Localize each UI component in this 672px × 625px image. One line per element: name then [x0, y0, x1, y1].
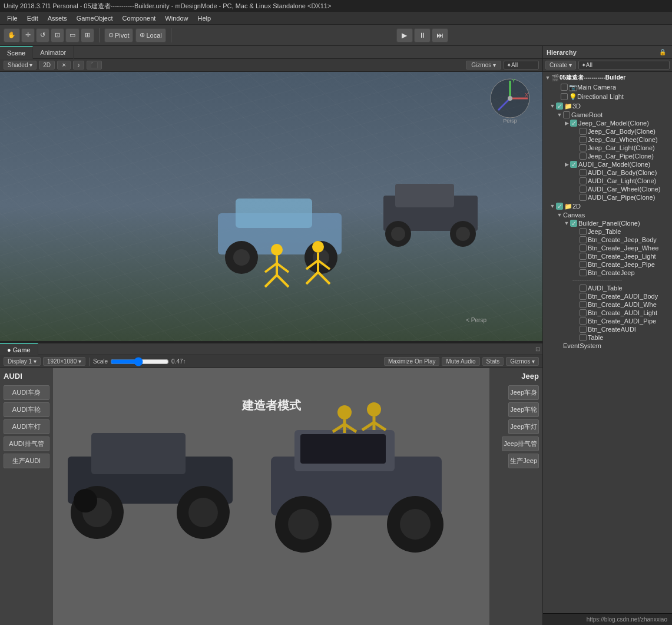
play-btn[interactable]: ▶ [396, 28, 413, 42]
tree-btn-jeep-pipe[interactable]: ▶ Btn_Create_Jeep_Pipe [543, 260, 672, 269]
scene-viewport[interactable]: Y X Persp < Persp [0, 72, 542, 341]
cb-btn-jeep-body[interactable] [580, 236, 587, 243]
tree-audi-wheel[interactable]: ▶ AUDI_Car_Wheel(Clone) [543, 185, 672, 193]
rect-tool[interactable]: ▭ [65, 28, 80, 42]
menu-help[interactable]: Help [193, 14, 216, 23]
tree-jeep-table[interactable]: ▶ Jeep_Table [543, 227, 672, 236]
tree-gameroot[interactable]: ▼ GameRoot [543, 111, 672, 119]
cb-btn-jeep-pipe[interactable] [580, 261, 587, 268]
tab-scene[interactable]: Scene [0, 46, 33, 59]
resolution-dropdown[interactable]: 1920×1080 ▾ [43, 357, 85, 366]
cb-table[interactable] [580, 334, 587, 341]
cb-jeep-light[interactable] [580, 144, 587, 151]
tree-table[interactable]: ▶ Table [543, 333, 672, 342]
menu-file[interactable]: File [2, 14, 22, 23]
btn-audi-exhaust[interactable]: AUDI排气管 [4, 436, 49, 451]
cb-dir-light[interactable] [561, 93, 568, 100]
gizmos-game-btn[interactable]: Gizmos ▾ [506, 357, 539, 366]
cb-main-camera[interactable] [561, 84, 568, 91]
menu-edit[interactable]: Edit [22, 14, 43, 23]
cb-btn-createaudi[interactable] [580, 326, 587, 333]
cb-btn-audi-light[interactable] [580, 309, 587, 316]
cb-jeep-wheel[interactable] [580, 136, 587, 143]
cb-btn-createjeep[interactable] [580, 269, 587, 276]
mute-audio-btn[interactable]: Mute Audio [442, 357, 479, 366]
cb-2d[interactable]: ✓ [556, 203, 563, 210]
display-dropdown[interactable]: Display 1 ▾ [4, 357, 41, 366]
btn-audi-body[interactable]: AUDI车身 [4, 385, 49, 400]
cb-builder[interactable]: ✓ [570, 220, 577, 227]
btn-produce-jeep[interactable]: 生产Jeep [508, 454, 539, 468]
btn-jeep-light[interactable]: Jeep车灯 [508, 419, 539, 434]
tree-jeep-body[interactable]: ▶ Jeep_Car_Body(Clone) [543, 127, 672, 135]
tree-btn-audi-wheel[interactable]: ▶ Btn_Create_AUDI_Whe [543, 300, 672, 309]
cb-audi-body[interactable] [580, 169, 587, 176]
tree-btn-audi-pipe[interactable]: ▶ Btn_Create_AUDI_Pipe [543, 317, 672, 325]
tree-3d[interactable]: ▼ ✓ 📁 3D [543, 101, 672, 111]
shaded-dropdown[interactable]: Shaded ▾ [4, 61, 37, 70]
tree-directional-light[interactable]: ▶ 💡 Directional Light [543, 92, 672, 101]
step-btn[interactable]: ⏭ [432, 28, 448, 42]
maximize-on-play-btn[interactable]: Maximize On Play [384, 357, 440, 366]
2d-btn[interactable]: 2D [39, 61, 55, 70]
tree-audi-light[interactable]: ▶ AUDI_Car_Light(Clone) [543, 177, 672, 185]
tree-jeep-pipe[interactable]: ▶ Jeep_Car_Pipe(Clone) [543, 152, 672, 160]
create-btn[interactable]: Create ▾ [545, 61, 576, 70]
lighting-btn[interactable]: ☀ [57, 61, 71, 70]
scale-tool[interactable]: ⊡ [51, 28, 64, 42]
cb-jeep-pipe[interactable] [580, 153, 587, 160]
cb-audi-pipe[interactable] [580, 194, 587, 201]
cb-jeep-model[interactable]: ✓ [570, 120, 577, 127]
btn-produce-audi[interactable]: 生产AUDI [4, 454, 49, 468]
tree-audi-car-model[interactable]: ▶ ✓ AUDI_Car_Model(Clone) [543, 160, 672, 168]
tree-btn-createjeep[interactable]: ▶ Btn_CreateJeep [543, 269, 672, 277]
stats-btn[interactable]: Stats [482, 357, 504, 366]
cb-btn-audi-wheel[interactable] [580, 301, 587, 308]
menu-component[interactable]: Component [117, 14, 160, 23]
game-viewport[interactable]: 建造者模式 AUDI AUDI车身 AUDI车轮 AUDI车灯 AUDI排气管 … [0, 368, 542, 625]
cb-btn-jeep-light[interactable] [580, 253, 587, 260]
tree-main-camera[interactable]: ▶ 📷 Main Camera [543, 82, 672, 92]
tree-eventsystem[interactable]: ▶ EventSystem [543, 342, 672, 350]
tree-audi-table[interactable]: ▶ AUDI_Table [543, 284, 672, 292]
btn-audi-light[interactable]: AUDI车灯 [4, 419, 49, 434]
menu-window[interactable]: Window [160, 14, 193, 23]
cb-btn-audi-pipe[interactable] [580, 318, 587, 325]
cb-3d[interactable]: ✓ [556, 102, 563, 110]
lock-icon[interactable]: 🔒 [659, 49, 666, 55]
tree-btn-jeep-light[interactable]: ▶ Btn_Create_Jeep_Light [543, 252, 672, 260]
btn-jeep-exhaust[interactable]: Jeep排气管 [502, 436, 539, 451]
scene-search[interactable] [504, 61, 539, 70]
btn-audi-wheel[interactable]: AUDI车轮 [4, 402, 49, 417]
local-btn[interactable]: ⊕ Local [135, 28, 165, 42]
tree-btn-audi-light[interactable]: ▶ Btn_Create_AUDI_Light [543, 309, 672, 317]
tree-audi-body[interactable]: ▶ AUDI_Car_Body(Clone) [543, 168, 672, 177]
tree-jeep-car-model[interactable]: ▶ ✓ Jeep_Car_Model(Clone) [543, 119, 672, 127]
rotate-tool[interactable]: ↺ [36, 28, 49, 42]
cb-audi-wheel[interactable] [580, 186, 587, 193]
tree-audi-pipe[interactable]: ▶ AUDI_Car_Pipe(Clone) [543, 193, 672, 201]
menu-assets[interactable]: Assets [43, 14, 72, 23]
tab-animator[interactable]: Animator [33, 46, 74, 59]
scale-slider[interactable] [110, 357, 169, 366]
menu-gameobject[interactable]: GameObject [72, 14, 118, 23]
cb-audi-model[interactable]: ✓ [570, 161, 577, 168]
btn-jeep-wheel[interactable]: Jeep车轮 [508, 402, 539, 417]
tree-scene-root[interactable]: ▼ 🎬 05建造者-----------Builder [543, 73, 672, 82]
tree-btn-jeep-body[interactable]: ▶ Btn_Create_Jeep_Body [543, 236, 672, 244]
pivot-btn[interactable]: ⊙ Pivot [104, 28, 133, 42]
tree-btn-jeep-wheel[interactable]: ▶ Btn_Create_Jeep_Whee [543, 244, 672, 252]
tree-jeep-wheel[interactable]: ▶ Jeep_Car_Whee(Clone) [543, 135, 672, 144]
btn-jeep-body[interactable]: Jeep车身 [508, 385, 539, 400]
cb-jeep-table[interactable] [580, 228, 587, 235]
cb-btn-jeep-wheel[interactable] [580, 244, 587, 252]
tree-btn-createaudi[interactable]: ▶ Btn_CreateAUDI [543, 325, 672, 333]
hand-tool[interactable]: ✋ [4, 28, 20, 42]
cb-audi-light[interactable] [580, 177, 587, 184]
tree-canvas[interactable]: ▼ Canvas [543, 211, 672, 219]
audio-btn[interactable]: ♪ [73, 61, 84, 70]
pause-btn[interactable]: ⏸ [414, 28, 431, 42]
tree-2d[interactable]: ▼ ✓ 📁 2D [543, 201, 672, 211]
move-tool[interactable]: ✛ [21, 28, 35, 42]
cb-jeep-body[interactable] [580, 128, 587, 135]
